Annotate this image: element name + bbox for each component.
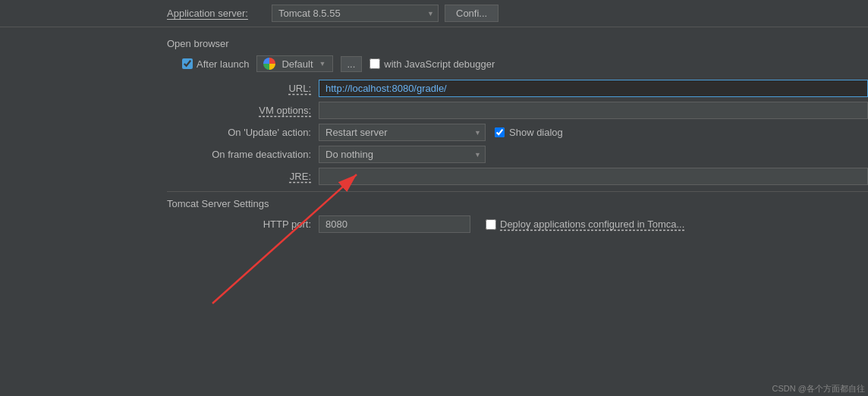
tomcat-settings-label: Tomcat Server Settings [167, 198, 868, 209]
application-server-label: Application server: [167, 8, 266, 19]
js-debugger-wrapper[interactable]: with JavaScript debugger [370, 58, 495, 70]
deploy-label: Deploy applications configured in Tomca.… [500, 218, 684, 230]
open-browser-row: After launch Default ▼ ... with JavaScri… [182, 55, 868, 72]
jre-label: JRE: [167, 171, 319, 182]
on-update-row: On 'Update' action: Restart server Show … [167, 124, 868, 141]
section-divider [167, 191, 868, 192]
watermark: CSDN @各个方面都自往 [772, 383, 865, 394]
content-area: Open browser After launch Default ▼ ... … [0, 27, 868, 248]
after-launch-checkbox[interactable] [182, 58, 193, 69]
frame-deactivation-select[interactable]: Do nothing [319, 146, 486, 163]
after-launch-label: After launch [197, 58, 249, 70]
js-debugger-label: with JavaScript debugger [384, 58, 495, 70]
browser-name: Default [281, 58, 313, 70]
vm-options-input[interactable] [319, 102, 868, 119]
url-input[interactable] [319, 80, 868, 97]
chrome-icon [263, 58, 275, 70]
main-container: Application server: Tomcat 8.5.55 Confi.… [0, 0, 868, 396]
open-browser-section-label: Open browser [167, 38, 868, 49]
url-label: URL: [167, 83, 319, 94]
jre-row: JRE: [167, 168, 868, 185]
after-launch-checkbox-wrapper[interactable]: After launch [182, 58, 249, 70]
tomcat-settings-section: Tomcat Server Settings HTTP port: Deploy… [167, 198, 868, 233]
vm-options-input-wrapper [319, 102, 868, 119]
http-port-label: HTTP port: [167, 218, 319, 230]
on-frame-deactivation-row: On frame deactivation: Do nothing [167, 146, 868, 163]
configure-button[interactable]: Confi... [445, 5, 498, 22]
vm-options-row: VM options: [167, 102, 868, 119]
browser-selector[interactable]: Default ▼ [256, 55, 332, 72]
js-debugger-checkbox[interactable] [370, 58, 380, 69]
jre-input[interactable] [319, 168, 868, 185]
application-server-select-wrapper[interactable]: Tomcat 8.5.55 [272, 5, 439, 22]
update-action-select-wrapper[interactable]: Restart server [319, 124, 486, 141]
ellipsis-button[interactable]: ... [341, 56, 363, 72]
http-port-row: HTTP port: Deploy applications configure… [167, 215, 868, 233]
show-dialog-checkbox[interactable] [495, 127, 505, 137]
browser-dropdown-arrow-icon: ▼ [319, 60, 326, 68]
url-row: URL: [167, 80, 868, 97]
http-port-input[interactable] [319, 215, 470, 233]
show-dialog-wrapper: Show dialog [495, 127, 563, 138]
update-action-select[interactable]: Restart server [319, 124, 486, 141]
application-server-row: Application server: Tomcat 8.5.55 Confi.… [0, 0, 868, 27]
on-update-label: On 'Update' action: [167, 127, 319, 138]
deploy-checkbox-wrapper[interactable]: Deploy applications configured in Tomca.… [486, 218, 684, 230]
show-dialog-label: Show dialog [509, 127, 563, 138]
frame-deactivation-select-wrapper[interactable]: Do nothing [319, 146, 486, 163]
vm-options-label: VM options: [167, 105, 319, 116]
on-frame-deactivation-label: On frame deactivation: [167, 149, 319, 160]
deploy-checkbox[interactable] [486, 219, 496, 230]
application-server-select[interactable]: Tomcat 8.5.55 [272, 5, 439, 22]
